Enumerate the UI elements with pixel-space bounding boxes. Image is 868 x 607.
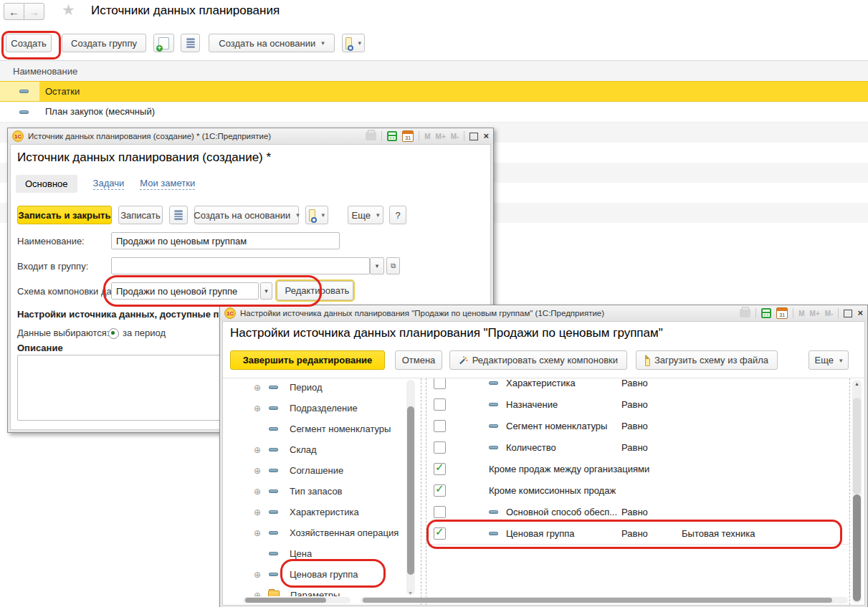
cancel-button[interactable]: Отмена bbox=[395, 350, 442, 370]
report-dropdown-button[interactable]: ▾ bbox=[342, 34, 365, 52]
memory-m-button[interactable]: M bbox=[798, 310, 804, 317]
tree-item[interactable]: ⊕ Период bbox=[223, 378, 406, 398]
help-button[interactable]: ? bbox=[389, 206, 406, 224]
form-create-based-on-button[interactable]: Создать на основании ▾ bbox=[194, 206, 299, 224]
printer-icon[interactable] bbox=[740, 309, 750, 317]
tree-hscrollbar-thumb[interactable] bbox=[245, 598, 326, 603]
memory-m-button[interactable]: M bbox=[424, 133, 430, 140]
conditions-vscrollbar[interactable]: ▲ bbox=[852, 380, 862, 603]
form-stack-icon-button[interactable] bbox=[169, 206, 188, 224]
expand-icon[interactable]: ⊕ bbox=[253, 383, 262, 392]
create-based-on-button[interactable]: Создать на основании ▾ bbox=[209, 34, 335, 52]
condition-row[interactable]: Основной способ обесп... Равно bbox=[429, 501, 849, 523]
create-window-titlebar[interactable]: 1С Источник данных планирования (создани… bbox=[8, 128, 493, 144]
calculator-icon[interactable] bbox=[387, 131, 397, 141]
condition-checkbox[interactable] bbox=[434, 441, 446, 454]
scheme-dropdown-button[interactable]: ▾ bbox=[260, 282, 272, 300]
condition-checkbox[interactable] bbox=[434, 527, 446, 540]
tree-item[interactable]: Сегмент номенклатуры bbox=[223, 419, 406, 439]
list-row[interactable]: План закупок (месячный) bbox=[0, 102, 868, 123]
expand-icon[interactable]: ⊕ bbox=[253, 591, 262, 597]
name-field[interactable] bbox=[111, 232, 340, 249]
add-new-icon-button[interactable] bbox=[153, 34, 174, 52]
condition-checkbox[interactable] bbox=[434, 378, 446, 389]
tree-vscrollbar-thumb[interactable] bbox=[407, 406, 414, 575]
tree-item[interactable]: ⊕ Склад bbox=[223, 439, 406, 460]
tree-item[interactable]: ⊕ Характеристика bbox=[223, 502, 406, 522]
calendar-icon[interactable]: 31 bbox=[776, 307, 788, 319]
expand-icon[interactable]: ⊕ bbox=[253, 508, 262, 517]
tree-item[interactable]: ⊕ Хозяйственная операция bbox=[223, 522, 406, 543]
create-group-button[interactable]: Создать группу bbox=[62, 34, 146, 52]
scroll-down-icon[interactable]: ▼ bbox=[408, 591, 413, 596]
panel-splitter[interactable] bbox=[426, 378, 426, 605]
group-open-button[interactable]: ⧉ bbox=[386, 257, 400, 274]
expand-icon[interactable]: ⊕ bbox=[253, 570, 262, 579]
conditions-hscrollbar[interactable] bbox=[361, 597, 848, 603]
tree-item[interactable]: Цена bbox=[223, 543, 406, 564]
save-and-close-button[interactable]: Записать и закрыть bbox=[17, 206, 112, 224]
expand-icon[interactable]: ⊕ bbox=[253, 404, 262, 413]
settings-window-titlebar[interactable]: 1С Настройки источника данных планирован… bbox=[220, 305, 867, 321]
tab-notes[interactable]: Мои заметки bbox=[140, 178, 195, 190]
load-scheme-button[interactable]: Загрузить схему из файла bbox=[636, 350, 778, 370]
condition-row[interactable]: Назначение Равно bbox=[429, 393, 849, 416]
list-header[interactable]: Наименование bbox=[0, 61, 868, 82]
tree-item-parameters[interactable]: ⊕ Параметры bbox=[223, 585, 406, 596]
favorite-star-icon[interactable]: ★ bbox=[62, 1, 75, 19]
finish-editing-button[interactable]: Завершить редактирование bbox=[230, 350, 385, 370]
create-button[interactable]: Создать bbox=[6, 34, 52, 52]
memory-mplus-button[interactable]: M+ bbox=[436, 133, 446, 140]
tree-vscrollbar[interactable]: ▼ bbox=[406, 380, 415, 595]
list-settings-icon-button[interactable] bbox=[181, 34, 200, 52]
condition-checkbox[interactable] bbox=[434, 463, 446, 475]
memory-mminus-button[interactable]: M- bbox=[451, 133, 459, 140]
condition-row[interactable]: Количество Равно bbox=[429, 436, 849, 459]
memory-mminus-button[interactable]: M- bbox=[825, 310, 834, 317]
maximize-button[interactable] bbox=[469, 133, 478, 140]
condition-checkbox[interactable] bbox=[434, 420, 446, 432]
nav-forward-button[interactable]: → bbox=[24, 3, 44, 20]
condition-row[interactable]: Кроме комиссионных продаж bbox=[429, 479, 849, 502]
calendar-icon[interactable]: 31 bbox=[402, 130, 414, 142]
form-report-dropdown-button[interactable]: ▾ bbox=[305, 206, 328, 224]
calculator-icon[interactable] bbox=[761, 308, 771, 318]
description-field[interactable] bbox=[17, 355, 223, 421]
tab-tasks[interactable]: Задачи bbox=[93, 178, 125, 190]
group-dropdown-button[interactable]: ▾ bbox=[370, 257, 384, 274]
expand-icon[interactable]: ⊕ bbox=[253, 446, 262, 454]
tree-item[interactable]: ⊕ Тип запасов bbox=[223, 481, 406, 502]
tree-hscrollbar[interactable] bbox=[243, 597, 350, 603]
condition-row[interactable]: Сегмент номенклатуры Равно bbox=[429, 415, 849, 437]
scroll-up-icon[interactable]: ▲ bbox=[854, 381, 859, 386]
close-button[interactable]: × bbox=[483, 132, 489, 140]
condition-checkbox[interactable] bbox=[434, 484, 446, 497]
condition-checkbox[interactable] bbox=[434, 506, 446, 518]
expand-icon[interactable]: ⊕ bbox=[253, 529, 262, 537]
expand-icon[interactable]: ⊕ bbox=[253, 487, 262, 496]
edit-composition-scheme-button[interactable]: Редактировать схему компоновки bbox=[449, 350, 627, 370]
condition-row[interactable]: Характеристика Равно bbox=[429, 378, 849, 394]
condition-row[interactable]: Кроме продаж между организациями bbox=[429, 458, 849, 480]
conditions-vscrollbar-thumb[interactable] bbox=[853, 494, 861, 601]
maximize-button[interactable] bbox=[844, 310, 852, 317]
close-button[interactable]: × bbox=[857, 309, 863, 317]
tab-main[interactable]: Основное bbox=[16, 175, 77, 193]
nav-back-button[interactable]: ← bbox=[4, 3, 24, 20]
scheme-field[interactable] bbox=[111, 282, 259, 300]
group-field[interactable] bbox=[111, 257, 370, 274]
printer-icon[interactable] bbox=[366, 132, 376, 140]
condition-row-price-group[interactable]: Ценовая группа Равно Бытовая техника bbox=[429, 522, 849, 545]
tree-item-price-group[interactable]: ⊕ Ценовая группа bbox=[223, 564, 406, 585]
panel-splitter[interactable] bbox=[421, 378, 421, 605]
list-row-selected[interactable]: Остатки bbox=[0, 81, 868, 102]
edit-scheme-button[interactable]: Редактировать bbox=[277, 281, 353, 300]
memory-mplus-button[interactable]: M+ bbox=[810, 310, 820, 317]
more-button[interactable]: Еще ▾ bbox=[348, 206, 383, 224]
radio-for-period[interactable] bbox=[108, 328, 119, 339]
settings-more-button[interactable]: Еще ▾ bbox=[809, 350, 849, 370]
expand-icon[interactable]: ⊕ bbox=[253, 467, 262, 475]
conditions-hscrollbar-thumb[interactable] bbox=[363, 598, 832, 603]
condition-checkbox[interactable] bbox=[434, 398, 446, 411]
tree-item[interactable]: ⊕ Соглашение bbox=[223, 460, 406, 481]
